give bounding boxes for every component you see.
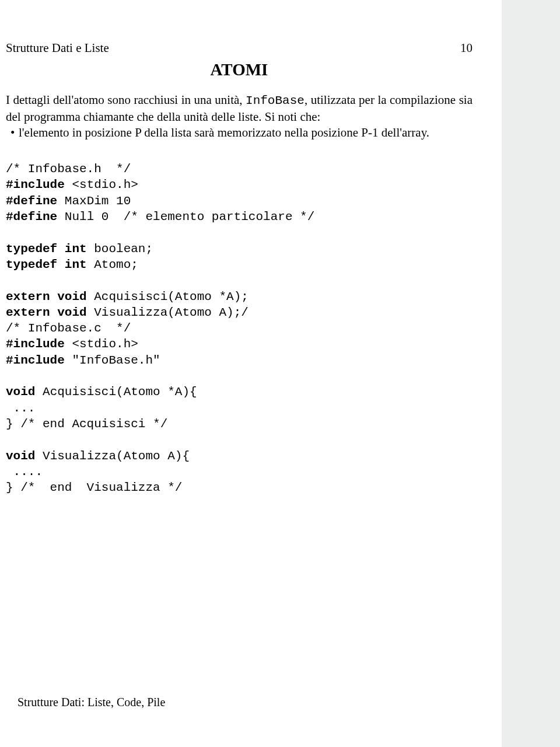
code-keyword: typedef int <box>6 258 87 271</box>
code-keyword: void <box>6 385 35 399</box>
code-line: .... <box>6 465 43 479</box>
code-keyword: #include <box>6 178 65 191</box>
intro-paragraph: I dettagli dell'atomo sono racchiusi in … <box>6 92 473 125</box>
code-text: MaxDim 10 <box>57 194 131 208</box>
bullet-icon: • <box>10 125 19 141</box>
code-text: Visualizza(Atomo A);/ <box>87 306 249 319</box>
page-sidebar <box>502 0 560 747</box>
code-line: /* Infobase.h */ <box>6 162 131 176</box>
header-left: Strutture Dati e Liste <box>6 41 109 55</box>
code-text: Acquisisci(Atomo *A){ <box>35 385 197 399</box>
code-text: "InfoBase.h" <box>65 354 160 367</box>
infobase-inline: InfoBase <box>246 94 304 107</box>
code-block: /* Infobase.h */ #include <stdio.h> #def… <box>6 161 473 495</box>
para-seg1: I dettagli dell'atomo sono racchiusi in … <box>6 93 246 107</box>
page-content: Strutture Dati e Liste 10 ATOMI I dettag… <box>0 0 502 747</box>
code-line: /* Infobase.c */ <box>6 322 131 335</box>
code-keyword: #define <box>6 210 57 224</box>
code-text: Visualizza(Atomo A){ <box>35 449 190 463</box>
code-keyword: #include <box>6 337 65 351</box>
code-line: } /* end Acquisisci */ <box>6 417 167 431</box>
code-keyword: void <box>6 449 35 463</box>
code-line: ... <box>6 402 35 415</box>
bullet-item: •l'elemento in posizione P della lista s… <box>6 125 473 141</box>
code-line: } /* end Visualizza */ <box>6 481 182 494</box>
bullet-text: l'elemento in posizione P della lista sa… <box>19 125 429 139</box>
code-keyword: extern void <box>6 290 87 303</box>
code-keyword: #define <box>6 194 57 208</box>
page-header: Strutture Dati e Liste 10 <box>6 41 473 55</box>
code-text: <stdio.h> <box>65 337 138 351</box>
page-title: ATOMI <box>6 60 473 79</box>
page-number: 10 <box>460 41 473 55</box>
page-footer: Strutture Dati: Liste, Code, Pile <box>18 696 165 709</box>
code-text: boolean; <box>87 242 153 256</box>
code-keyword: #include <box>6 354 65 367</box>
code-keyword: typedef int <box>6 242 87 256</box>
code-keyword: extern void <box>6 306 87 319</box>
code-text: Null 0 /* elemento particolare */ <box>57 210 314 224</box>
code-text: <stdio.h> <box>65 178 138 191</box>
code-text: Atomo; <box>87 258 138 271</box>
code-text: Acquisisci(Atomo *A); <box>87 290 249 303</box>
